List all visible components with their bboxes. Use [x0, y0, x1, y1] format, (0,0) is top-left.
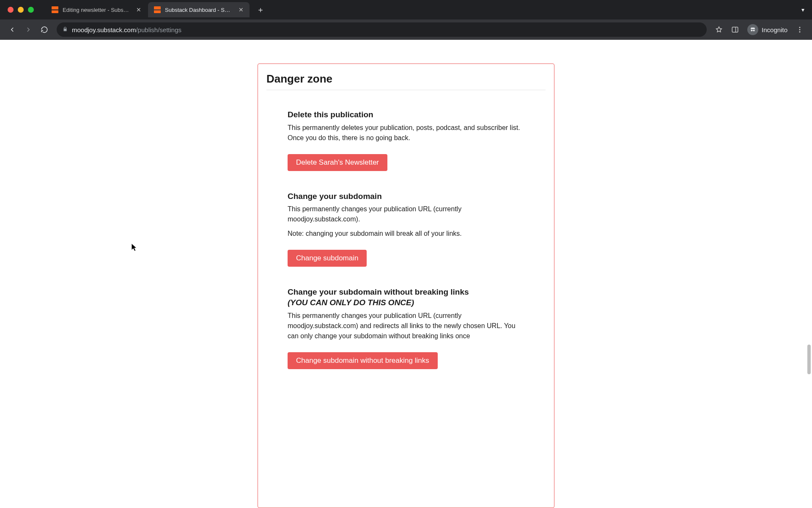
reload-button[interactable]: [37, 22, 52, 37]
browser-toolbar: moodjoy.substack.com/publish/settings In…: [0, 19, 812, 40]
vertical-scrollbar[interactable]: [807, 345, 811, 374]
section-change-subdomain: Change your subdomain This permanently c…: [266, 191, 546, 267]
section-desc: This permanently changes your publicatio…: [288, 311, 524, 341]
incognito-indicator[interactable]: Incognito: [744, 24, 791, 35]
svg-rect-0: [732, 27, 738, 32]
tab-list-dropdown-icon[interactable]: ▾: [801, 6, 804, 13]
incognito-label: Incognito: [762, 26, 787, 33]
close-tab-icon[interactable]: ✕: [136, 6, 141, 13]
side-panel-icon[interactable]: [728, 22, 742, 37]
address-bar[interactable]: moodjoy.substack.com/publish/settings: [57, 22, 707, 37]
tab-substack-dashboard[interactable]: Substack Dashboard - Sarah's ✕: [148, 2, 250, 17]
url-host: moodjoy.substack.com: [72, 26, 136, 33]
change-subdomain-no-break-button[interactable]: Change subdomain without breaking links: [288, 352, 438, 369]
tab-label: Editing newsletter - Substack: [63, 7, 130, 13]
substack-favicon-icon: [154, 6, 161, 13]
forward-button[interactable]: [21, 22, 36, 37]
svg-point-3: [753, 30, 755, 31]
delete-publication-button[interactable]: Delete Sarah's Newsletter: [288, 154, 387, 171]
section-title-emphasis: (YOU CAN ONLY DO THIS ONCE): [288, 298, 524, 308]
tab-label: Substack Dashboard - Sarah's: [165, 7, 233, 13]
section-title-main: Change your subdomain without breaking l…: [288, 287, 469, 296]
svg-point-2: [751, 30, 752, 31]
section-delete-publication: Delete this publication This permanently…: [266, 110, 546, 171]
page-viewport: Danger zone Delete this publication This…: [0, 40, 812, 508]
section-desc: This permanently deletes your publicatio…: [288, 123, 524, 143]
change-subdomain-button[interactable]: Change subdomain: [288, 250, 367, 267]
section-title: Delete this publication: [288, 110, 524, 120]
back-button[interactable]: [5, 22, 19, 37]
section-desc-note: Note: changing your subdomain will break…: [288, 229, 524, 239]
svg-point-6: [799, 31, 801, 33]
window-close-icon[interactable]: [8, 7, 14, 13]
tab-editing-newsletter[interactable]: Editing newsletter - Substack ✕: [46, 2, 147, 17]
section-desc: This permanently changes your publicatio…: [288, 204, 524, 224]
danger-zone-card: Danger zone Delete this publication This…: [258, 64, 554, 508]
svg-point-4: [799, 27, 801, 28]
svg-point-5: [799, 29, 801, 30]
window-minimize-icon[interactable]: [18, 7, 24, 13]
url-path: /publish/settings: [136, 26, 181, 33]
section-change-subdomain-no-break: Change your subdomain without breaking l…: [266, 287, 546, 369]
window-zoom-icon[interactable]: [28, 7, 34, 13]
bookmark-star-icon[interactable]: [712, 22, 726, 37]
danger-zone-heading: Danger zone: [266, 72, 546, 90]
close-tab-icon[interactable]: ✕: [239, 6, 244, 13]
window-titlebar: Editing newsletter - Substack ✕ Substack…: [0, 0, 812, 19]
incognito-icon: [747, 24, 758, 35]
section-title: Change your subdomain: [288, 191, 524, 202]
browser-menu-icon[interactable]: [793, 22, 807, 37]
lock-icon: [63, 26, 68, 33]
window-traffic-lights: [8, 7, 34, 13]
tab-strip: Editing newsletter - Substack ✕ Substack…: [46, 0, 266, 19]
substack-favicon-icon: [52, 6, 58, 13]
new-tab-button[interactable]: ＋: [255, 4, 266, 16]
mouse-cursor-icon: [131, 243, 137, 251]
section-title: Change your subdomain without breaking l…: [288, 287, 524, 308]
